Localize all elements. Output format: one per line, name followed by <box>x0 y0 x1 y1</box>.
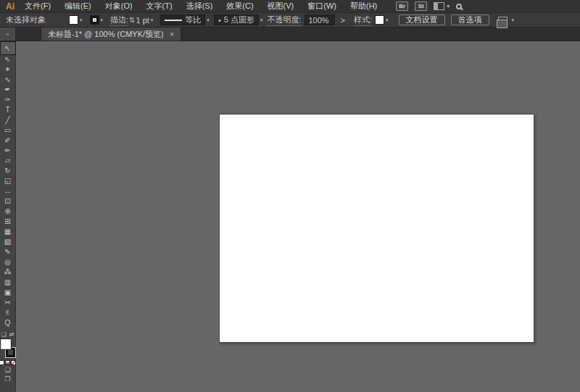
rectangle-tool[interactable]: ▭ <box>1 125 15 135</box>
stock-button[interactable]: St <box>415 1 427 11</box>
width-tool[interactable]: ↔ <box>1 186 15 196</box>
chevron-down-icon: ▾ <box>447 4 450 9</box>
artboard[interactable] <box>219 114 534 343</box>
chevron-down-icon[interactable]: ▾ <box>260 17 263 23</box>
hand-tool[interactable]: ✌ <box>1 308 15 318</box>
gradient-button[interactable] <box>5 360 10 365</box>
scale-tool[interactable]: ◱ <box>1 176 15 186</box>
menu-edit[interactable]: 编辑(E) <box>65 1 91 12</box>
type-tool[interactable]: T <box>1 105 15 115</box>
perspective-grid-tool[interactable]: ⊞ <box>1 217 15 227</box>
zoom-tool[interactable]: Q <box>1 318 15 328</box>
slice-tool[interactable]: ✂ <box>1 298 15 308</box>
selection-status-label: 未选择对象 <box>6 14 46 25</box>
menu-help[interactable]: 帮助(H) <box>350 1 377 12</box>
pasteboard[interactable] <box>16 41 580 392</box>
chevron-down-icon[interactable]: ▾ <box>151 17 154 23</box>
shape-builder-tool[interactable]: ⊕ <box>1 207 15 217</box>
chevron-down-icon[interactable]: ▾ <box>386 17 389 23</box>
gradient-tool[interactable]: ▧ <box>1 237 15 247</box>
fill-color-swatch[interactable] <box>69 15 78 25</box>
tab-bar: « 未标题-1* @ 100% (CMYK/预览) × <box>0 28 580 41</box>
artboard-tool[interactable]: ▣ <box>1 288 15 298</box>
opacity-input[interactable]: 100% <box>304 14 335 25</box>
color-controls: ❏ ⇄ ❑ ❐ <box>0 330 16 384</box>
style-panel-link[interactable]: 样式: <box>354 14 372 26</box>
arrange-documents-icon[interactable] <box>498 17 508 24</box>
line-segment-tool[interactable]: ╱ <box>1 115 15 125</box>
document-tab[interactable]: 未标题-1* @ 100% (CMYK/预览) × <box>41 28 181 41</box>
stroke-weight-value[interactable]: 1 pt <box>136 16 149 25</box>
drawing-mode-icon[interactable]: ❑ <box>4 365 10 375</box>
menu-object[interactable]: 对象(O) <box>105 1 133 12</box>
stroke-profile-label: 等比 <box>185 14 201 25</box>
color-mode-row <box>0 360 16 365</box>
menu-bar: Ai 文件(F) 编辑(E) 对象(O) 文字(T) 选择(S) 效果(C) 视… <box>0 0 580 13</box>
document-tab-title: 未标题-1* @ 100% (CMYK/预览) <box>48 29 164 40</box>
screen-mode-icon[interactable]: ❐ <box>4 375 10 384</box>
paintbrush-tool[interactable]: ✐ <box>1 135 15 146</box>
workspace-switcher[interactable]: ▾ <box>434 2 450 10</box>
eraser-tool[interactable]: ▱ <box>1 156 15 166</box>
menu-type[interactable]: 文字(T) <box>146 1 173 12</box>
eyedropper-tool[interactable]: ✎ <box>1 247 15 257</box>
bridge-button[interactable]: Br <box>396 1 408 11</box>
menu-select[interactable]: 选择(S) <box>186 1 213 12</box>
close-icon[interactable]: × <box>170 30 174 38</box>
selection-tool[interactable]: ↖ <box>1 42 15 54</box>
menu-file[interactable]: 文件(F) <box>25 1 51 12</box>
document-setup-button[interactable]: 文档设置 <box>399 14 445 25</box>
stroke-profile-dropdown[interactable]: 等比 <box>160 14 205 25</box>
stroke-panel-link[interactable]: 描边: <box>110 14 128 26</box>
column-graph-tool[interactable]: ▥ <box>1 278 15 288</box>
opacity-panel-link[interactable]: 不透明度: <box>267 14 301 26</box>
rotate-tool[interactable]: ↻ <box>1 166 15 176</box>
pen-tool[interactable]: ✒ <box>1 85 15 95</box>
control-bar: 未选择对象 ▾ ▾ 描边: ⇅ 1 pt ▾ 等比 ▾ • 5 点圆形 ▾ 不透… <box>0 13 580 28</box>
brush-bullet: • <box>218 16 221 25</box>
tools-panel: ↖ ⇖ ✶ ∿ ✒ ✑ T ╱ ▭ ✐ ✏ ▱ <box>0 41 16 392</box>
swap-fill-stroke-icon[interactable]: ⇄ <box>9 331 14 338</box>
none-button[interactable] <box>11 360 16 365</box>
toolbar-collapse-icon[interactable]: « <box>0 28 16 41</box>
brush-label: 5 点圆形 <box>224 14 254 25</box>
menu-items: 文件(F) 编辑(E) 对象(O) 文字(T) 选择(S) 效果(C) 视图(V… <box>25 1 377 12</box>
preferences-button[interactable]: 首选项 <box>451 14 489 25</box>
magic-wand-tool[interactable]: ✶ <box>1 64 15 75</box>
stroke-profile-preview <box>165 20 182 21</box>
fill-indicator[interactable] <box>1 339 11 349</box>
symbol-sprayer-tool[interactable]: ⁂ <box>1 267 15 278</box>
search-help-icon[interactable] <box>456 4 462 9</box>
style-swatch[interactable] <box>375 15 384 25</box>
free-transform-tool[interactable]: ⊡ <box>1 196 15 207</box>
menu-effect[interactable]: 效果(C) <box>226 1 253 12</box>
chevron-down-icon[interactable]: ▾ <box>80 17 83 23</box>
menu-window[interactable]: 窗口(W) <box>307 1 336 12</box>
stroke-weight-stepper[interactable]: ⇅ <box>129 16 135 24</box>
menu-view[interactable]: 视图(V) <box>268 1 294 12</box>
fill-stroke-indicator <box>0 339 16 358</box>
direct-selection-tool[interactable]: ⇖ <box>1 54 15 64</box>
color-button[interactable] <box>0 360 4 365</box>
main-area: ↖ ⇖ ✶ ∿ ✒ ✑ T ╱ ▭ ✐ ✏ ▱ <box>0 41 580 392</box>
pencil-tool[interactable]: ✏ <box>1 146 15 156</box>
chevron-down-icon[interactable]: ▾ <box>512 17 515 23</box>
chevron-down-icon[interactable]: ▾ <box>101 17 104 23</box>
stroke-color-swatch[interactable] <box>90 15 99 25</box>
curvature-tool[interactable]: ✑ <box>1 95 15 105</box>
brush-definition-dropdown[interactable]: • 5 点圆形 <box>214 14 259 25</box>
workspace-layout-icon <box>434 2 444 10</box>
default-fill-stroke-icon[interactable]: ❏ <box>1 331 7 338</box>
app-logo: Ai <box>6 1 14 12</box>
lasso-tool[interactable]: ∿ <box>1 75 15 85</box>
chevron-down-icon[interactable]: ▾ <box>207 17 210 23</box>
tool-list: ↖ ⇖ ✶ ∿ ✒ ✑ T ╱ ▭ ✐ ✏ ▱ <box>1 42 15 328</box>
more-options-button[interactable]: > <box>341 16 345 25</box>
mesh-tool[interactable]: ▦ <box>1 227 15 237</box>
blend-tool[interactable]: ◎ <box>1 257 15 267</box>
menu-right-icons: Br St ▾ <box>396 1 462 11</box>
